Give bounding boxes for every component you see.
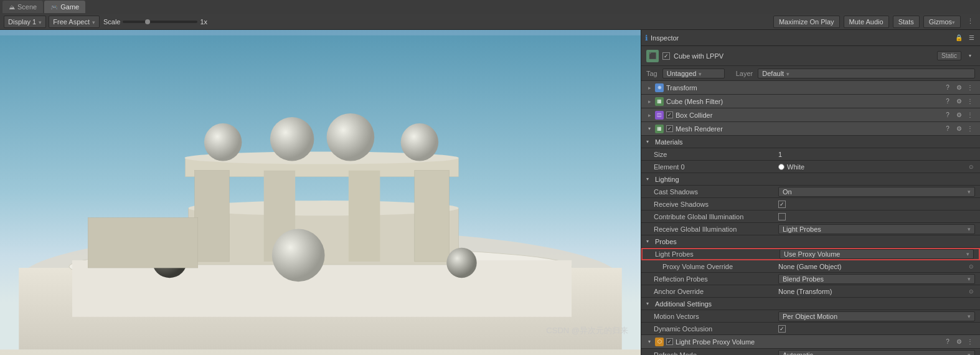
component-transform[interactable]: ⊕ Transform ? ⚙ ⋮	[641, 81, 980, 95]
proxy-volume-link-icon[interactable]: ⊙	[968, 263, 975, 270]
section-probes[interactable]: ▾ Probes	[641, 235, 980, 248]
stats-btn[interactable]: Stats	[893, 16, 920, 28]
motion-vectors-value[interactable]: Per Object Motion	[778, 311, 975, 321]
tab-scene-label: Scene	[17, 3, 37, 11]
scale-slider[interactable]	[123, 21, 197, 23]
tab-scene[interactable]: ⛰ Scene	[2, 1, 43, 13]
prop-element0: Element 0 White ⊙	[641, 161, 980, 173]
box-collider-help-icon[interactable]: ?	[943, 110, 953, 120]
prop-light-probes: Light Probes Use Proxy Volume	[641, 248, 980, 260]
aspect-chevron-icon	[92, 18, 95, 26]
prop-size: Size 1	[641, 148, 980, 161]
section-additional[interactable]: ▾ Additional Settings	[641, 298, 980, 310]
probes-arrow-icon: ▾	[646, 239, 653, 244]
transform-settings-icon[interactable]: ⚙	[954, 83, 964, 93]
mesh-renderer-help-icon[interactable]: ?	[943, 124, 953, 134]
aspect-dropdown[interactable]: Free Aspect	[49, 16, 100, 28]
reflection-probes-dropdown[interactable]: Blend Probes	[778, 274, 975, 284]
mesh-filter-menu-icon[interactable]: ⋮	[965, 97, 975, 107]
mesh-renderer-checkbox[interactable]	[666, 125, 673, 132]
refresh-mode-label: Refresh Mode	[654, 351, 778, 356]
svg-rect-12	[349, 171, 380, 262]
receive-gi-value[interactable]: Light Probes	[778, 224, 975, 234]
static-button[interactable]: Static	[937, 51, 961, 60]
lppv-menu-icon[interactable]: ⋮	[965, 337, 975, 347]
box-collider-checkbox[interactable]	[666, 111, 673, 118]
lppv-settings-icon[interactable]: ⚙	[954, 337, 964, 347]
menu-icon[interactable]: ☰	[966, 33, 976, 43]
transform-icon: ⊕	[655, 83, 664, 92]
receive-gi-label: Receive Global Illumination	[654, 225, 778, 233]
prop-reflection-probes: Reflection Probes Blend Probes	[641, 273, 980, 285]
component-lppv[interactable]: ▾ ⬡ Light Probe Proxy Volume ? ⚙ ⋮	[641, 335, 980, 349]
gizmos-btn[interactable]: Gizmos	[923, 16, 961, 28]
static-arrow-icon[interactable]: ▾	[965, 51, 975, 61]
tab-game[interactable]: 🎮 Game	[44, 1, 85, 13]
prop-contribute-gi: Contribute Global Illumination	[641, 211, 980, 223]
box-collider-menu-icon[interactable]: ⋮	[965, 110, 975, 120]
mesh-renderer-menu-icon[interactable]: ⋮	[965, 124, 975, 134]
transform-arrow-icon	[646, 85, 653, 91]
cast-shadows-dropdown[interactable]: On	[778, 187, 975, 197]
component-mesh-filter[interactable]: ▦ Cube (Mesh Filter) ? ⚙ ⋮	[641, 95, 980, 108]
cast-shadows-value[interactable]: On	[778, 187, 975, 197]
light-probes-chevron	[966, 251, 969, 257]
layer-dropdown[interactable]: Default	[758, 69, 975, 78]
receive-gi-dropdown[interactable]: Light Probes	[778, 224, 975, 234]
box-collider-settings-icon[interactable]: ⚙	[954, 110, 964, 120]
section-materials[interactable]: ▾ Materials	[641, 136, 980, 148]
lppv-help-icon[interactable]: ?	[943, 337, 953, 347]
motion-vectors-chevron	[968, 313, 971, 320]
light-probes-dropdown[interactable]: Use Proxy Volume	[780, 249, 974, 259]
mute-btn[interactable]: Mute Audio	[844, 16, 889, 28]
refresh-mode-dropdown[interactable]: Automatic	[778, 350, 975, 356]
mesh-filter-name: Cube (Mesh Filter)	[666, 98, 940, 105]
transform-help-icon[interactable]: ?	[943, 83, 953, 93]
mesh-filter-icon: ▦	[655, 97, 664, 106]
anchor-override-value: None (Transform) ⊙	[778, 288, 975, 295]
mesh-renderer-arrow-icon: ▾	[646, 126, 653, 132]
prop-dynamic-occlusion: Dynamic Occlusion	[641, 323, 980, 335]
reflection-probes-value[interactable]: Blend Probes	[778, 274, 975, 284]
svg-rect-9	[195, 171, 229, 262]
lppv-icon: ⬡	[655, 338, 664, 346]
motion-vectors-dropdown[interactable]: Per Object Motion	[778, 311, 975, 321]
element0-link-icon[interactable]: ⊙	[968, 163, 975, 171]
section-lighting[interactable]: ▾ Lighting	[641, 173, 980, 186]
mesh-renderer-actions: ? ⚙ ⋮	[943, 124, 975, 134]
box-collider-icon: ◫	[655, 111, 664, 120]
svg-point-16	[401, 123, 439, 161]
receive-shadows-checkbox[interactable]	[778, 201, 786, 208]
material-color-icon	[778, 164, 784, 170]
mesh-filter-settings-icon[interactable]: ⚙	[954, 97, 964, 107]
display-dropdown[interactable]: Display 1	[4, 16, 46, 28]
scene-svg	[0, 30, 641, 355]
mesh-renderer-settings-icon[interactable]: ⚙	[954, 124, 964, 134]
component-box-collider[interactable]: ◫ Box Collider ? ⚙ ⋮	[641, 108, 980, 122]
more-btn[interactable]: ⋮	[964, 16, 976, 27]
svg-rect-4	[72, 260, 572, 317]
component-mesh-renderer[interactable]: ▾ ▦ Mesh Renderer ? ⚙ ⋮	[641, 122, 980, 136]
game-icon: 🎮	[50, 4, 58, 11]
mesh-renderer-icon: ▦	[655, 125, 664, 133]
transform-actions: ? ⚙ ⋮	[943, 83, 975, 93]
lppv-checkbox[interactable]	[666, 338, 673, 345]
refresh-mode-value[interactable]: Automatic	[778, 350, 975, 356]
lock-icon[interactable]: 🔒	[954, 33, 964, 43]
mesh-filter-arrow-icon	[646, 98, 653, 105]
contribute-gi-checkbox[interactable]	[778, 213, 786, 220]
mesh-renderer-name: Mesh Renderer	[676, 125, 940, 133]
light-probes-value[interactable]: Use Proxy Volume	[780, 249, 974, 259]
tag-dropdown[interactable]: Untagged	[662, 69, 725, 78]
mesh-filter-help-icon[interactable]: ?	[943, 97, 953, 107]
dynamic-occlusion-checkbox[interactable]	[778, 325, 786, 333]
reflection-probes-chevron	[968, 276, 971, 282]
prop-receive-gi: Receive Global Illumination Light Probes	[641, 223, 980, 235]
transform-menu-icon[interactable]: ⋮	[965, 83, 975, 93]
object-active-checkbox[interactable]	[662, 52, 670, 60]
svg-rect-20	[88, 217, 198, 268]
maximize-btn[interactable]: Maximize On Play	[773, 16, 840, 28]
cast-shadows-chevron	[968, 189, 971, 195]
contribute-gi-label: Contribute Global Illumination	[654, 213, 778, 220]
anchor-override-link-icon[interactable]: ⊙	[968, 288, 975, 295]
